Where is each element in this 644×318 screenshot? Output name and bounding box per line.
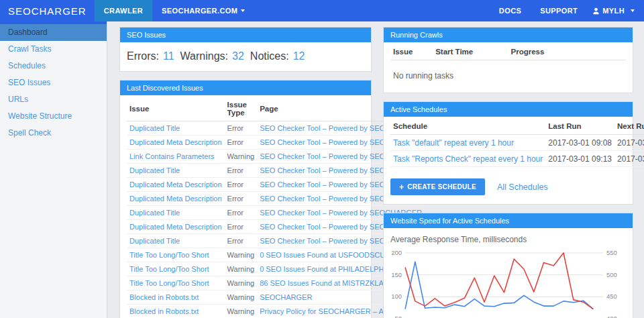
series-line-schedule-blue <box>405 262 593 309</box>
issue-type-text: Warning <box>227 251 255 259</box>
table-row: Duplicated TitleErrorSEO Checker Tool – … <box>127 121 425 136</box>
schedule-link[interactable]: Task "default" repeat every 1 hour <box>393 138 514 148</box>
panel-title: Running Crawls <box>384 28 633 42</box>
axis-tick-label: 500 <box>606 271 617 278</box>
nav-support[interactable]: SUPPORT <box>531 7 587 15</box>
user-name: MYLH <box>602 7 625 15</box>
sidebar-item-seo-issues[interactable]: SEO Issues <box>0 74 107 91</box>
plus-icon: + <box>399 184 404 190</box>
website-speed-card: Website Speed for Active Schedules Avera… <box>383 213 633 318</box>
last-run-text: 2017-03-01 09:13 <box>548 154 612 164</box>
panel-title: SEO Issues <box>120 28 371 42</box>
sidebar-item-crawl-tasks[interactable]: Crawl Tasks <box>0 41 107 58</box>
issue-type-text: Error <box>227 209 244 217</box>
issue-link[interactable]: Duplicated Title <box>129 209 180 217</box>
col-issue: Issue <box>390 42 433 60</box>
running-crawls-card: Running Crawls Issue Start Time Progress… <box>383 27 633 93</box>
issue-type-text: Error <box>227 180 244 189</box>
nav-tab-crawler[interactable]: CRAWLER <box>95 0 152 21</box>
axis-tick-label: 550 <box>606 249 617 256</box>
issue-link[interactable]: Link Contains Parameters <box>129 152 215 160</box>
no-running-tasks-text: No running tasks <box>384 64 633 93</box>
axis-tick-label: 400 <box>606 315 617 318</box>
create-schedule-label: CREATE SCHEDULE <box>407 183 476 191</box>
series-line-schedule-red <box>405 253 593 309</box>
schedules-actions: + CREATE SCHEDULE All Schedules <box>384 171 633 204</box>
issue-type-text: Warning <box>227 279 255 287</box>
panel-title: Last Discovered Issues <box>120 81 371 95</box>
issue-link[interactable]: Title Too Long/Too Short <box>129 265 209 273</box>
chart-subtitle: Average Response Time, milliseconds <box>384 228 633 244</box>
warnings-count-link[interactable]: 32 <box>232 50 244 62</box>
create-schedule-button[interactable]: + CREATE SCHEDULE <box>390 178 485 195</box>
axis-tick-label: 200 <box>391 249 402 256</box>
all-schedules-link[interactable]: All Schedules <box>497 182 548 192</box>
last-issues-card: Last Discovered Issues Issue Issue Type … <box>119 80 372 318</box>
last-issues-table: Issue Issue Type Page Duplicated TitleEr… <box>127 95 425 318</box>
table-row: Duplicated Meta DescriptionErrorSEO Chec… <box>127 220 425 234</box>
issue-type-text: Warning <box>227 265 255 273</box>
nav-tab-label: SEOCHARGER.COM <box>162 7 237 15</box>
table-row: Title Too Long/Too ShortWarning86 SEO Is… <box>127 276 425 290</box>
table-header-row: Issue Start Time Progress <box>390 42 626 60</box>
active-schedules-card: Active Schedules Schedule Last Run Next … <box>383 101 633 205</box>
user-icon <box>592 7 600 15</box>
page-link[interactable]: SEOCHARGER <box>260 293 312 301</box>
brand-logo[interactable]: SEOCHARGER <box>0 0 95 21</box>
issue-link[interactable]: Duplicated Title <box>129 237 180 245</box>
running-crawls-table: Issue Start Time Progress <box>390 42 626 60</box>
sidebar-item-dashboard[interactable]: Dashboard <box>0 24 107 41</box>
active-schedules-table: Schedule Last Run Next Run Task "default… <box>390 117 644 167</box>
issue-link[interactable]: Duplicated Title <box>129 124 180 132</box>
table-header-row: Issue Issue Type Page <box>127 95 425 121</box>
table-row: Duplicated TitleErrorSEO Checker Tool – … <box>127 206 425 220</box>
issue-type-text: Warning <box>227 307 255 315</box>
issue-type-text: Error <box>227 124 244 132</box>
issue-link[interactable]: Title Too Long/Too Short <box>129 279 209 287</box>
nav-docs[interactable]: DOCS <box>490 7 531 15</box>
left-column: SEO Issues Errors:11Warnings:32Notices:1… <box>119 27 372 318</box>
issue-type-text: Error <box>227 195 244 203</box>
col-next-run: Next Run <box>614 117 644 135</box>
table-row: Task "Reports Check" repeat every 1 hour… <box>390 151 644 167</box>
issue-link[interactable]: Duplicated Meta Description <box>129 138 222 146</box>
axis-tick-label: 450 <box>606 293 617 300</box>
issue-type-text: Warning <box>227 293 255 301</box>
sidebar: DashboardCrawl TasksSchedulesSEO IssuesU… <box>0 21 107 318</box>
right-column: Running Crawls Issue Start Time Progress… <box>383 27 633 318</box>
issue-type-text: Error <box>227 166 244 174</box>
issue-link[interactable]: Duplicated Title <box>129 166 180 174</box>
table-row: Blocked in Robots.txtWarningPrivacy Poli… <box>127 305 425 318</box>
notices-count-link[interactable]: 12 <box>293 50 305 62</box>
table-header-row: Schedule Last Run Next Run <box>390 117 644 135</box>
navbar-right: DOCS SUPPORT MYLH <box>490 0 644 21</box>
sidebar-item-schedules[interactable]: Schedules <box>0 58 107 74</box>
errors-count-link[interactable]: 11 <box>163 50 174 62</box>
sidebar-item-spell-check[interactable]: Spell Check <box>0 125 107 142</box>
col-last-run: Last Run <box>545 117 614 135</box>
next-run-text: 2017-03-01 10:08 <box>617 138 644 148</box>
user-menu[interactable]: MYLH <box>587 7 635 15</box>
nav-tab-seocharger-com[interactable]: SEOCHARGER.COM <box>152 0 254 21</box>
issue-link[interactable]: Title Too Long/Too Short <box>129 251 209 259</box>
line-chart-svg: 5040010045015050020055005101520Last runs <box>388 246 625 318</box>
axis-tick-label: 50 <box>394 315 402 318</box>
table-row: Duplicated TitleErrorSEO Checker Tool – … <box>127 234 425 248</box>
table-row: Title Too Long/Too ShortWarning0 SEO Iss… <box>127 262 425 276</box>
table-row: Blocked in Robots.txtWarningSEOCHARGER <box>127 290 425 305</box>
col-issue: Issue <box>127 95 225 121</box>
sidebar-item-website-structure[interactable]: Website Structure <box>0 108 107 125</box>
issue-link[interactable]: Blocked in Robots.txt <box>129 293 199 301</box>
sidebar-item-urls[interactable]: URLs <box>0 91 107 108</box>
sidebar-menu: DashboardCrawl TasksSchedulesSEO IssuesU… <box>0 24 107 142</box>
issue-link[interactable]: Duplicated Meta Description <box>129 180 222 189</box>
issue-link[interactable]: Blocked in Robots.txt <box>129 307 199 315</box>
issue-link[interactable]: Duplicated Meta Description <box>129 195 222 203</box>
axis-tick-label: 100 <box>391 293 402 300</box>
issue-link[interactable]: Duplicated Meta Description <box>129 223 222 231</box>
main-content: SEO Issues Errors:11Warnings:32Notices:1… <box>108 21 644 318</box>
panel-title: Active Schedules <box>384 102 633 117</box>
schedule-link[interactable]: Task "Reports Check" repeat every 1 hour <box>393 154 543 164</box>
issues-summary: Errors:11Warnings:32Notices:12 <box>120 42 371 71</box>
errors-label: Errors: <box>127 50 159 62</box>
